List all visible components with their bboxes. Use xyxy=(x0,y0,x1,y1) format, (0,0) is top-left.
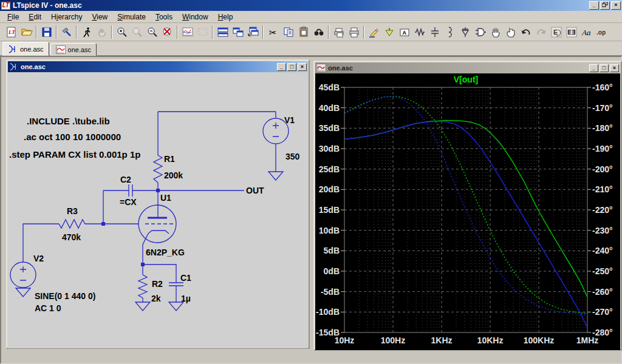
directive-ac[interactable]: .ac oct 100 10 1000000 xyxy=(24,132,121,142)
component-button[interactable] xyxy=(473,25,488,39)
new-schematic-button[interactable] xyxy=(4,25,19,39)
menu-hierarchy[interactable]: Hierarchy xyxy=(46,12,87,22)
tab-waveform-one.asc[interactable]: one.asc xyxy=(50,43,97,56)
label-u1[interactable]: U1 xyxy=(160,193,171,203)
restore-button[interactable] xyxy=(600,1,610,10)
value-c2[interactable]: =CX xyxy=(120,197,137,207)
control-panel-button[interactable] xyxy=(59,25,74,39)
menu-help[interactable]: Help xyxy=(213,12,238,22)
net-label-out[interactable]: OUT xyxy=(246,186,264,195)
zoom-in-button[interactable] xyxy=(114,25,129,39)
schematic-titlebar[interactable]: one.asc _ □ × xyxy=(8,61,308,72)
zoom-out-button[interactable] xyxy=(145,25,160,39)
value-v1[interactable]: 350 xyxy=(285,152,300,161)
model-u1[interactable]: 6N2P_KG xyxy=(146,248,185,257)
mirror-icon xyxy=(566,26,578,38)
tab-schematic-one.asc[interactable]: one.asc xyxy=(2,42,49,56)
directive-include[interactable]: .INCLUDE .\tube.lib xyxy=(27,116,110,126)
value-v2-sine[interactable]: SINE(0 1 440 0) xyxy=(35,291,95,301)
save-icon xyxy=(41,26,53,38)
spice-directive-button[interactable] xyxy=(594,25,609,39)
diode-button[interactable] xyxy=(457,25,473,39)
label-button[interactable] xyxy=(397,25,412,39)
capacitor-button[interactable] xyxy=(427,25,442,39)
paste-button[interactable] xyxy=(296,25,311,39)
value-r1[interactable]: 200k xyxy=(164,170,183,180)
mirror-button[interactable] xyxy=(564,25,579,39)
directive-step[interactable]: .step PARAM CX list 0.001p 1p xyxy=(9,149,140,160)
label-r3[interactable]: R3 xyxy=(67,206,78,216)
resistor-r3[interactable] xyxy=(59,220,87,228)
capacitor-c1[interactable] xyxy=(169,283,183,286)
ground-button[interactable] xyxy=(381,25,397,39)
label-v2[interactable]: V2 xyxy=(33,254,44,263)
value-r3[interactable]: 470k xyxy=(62,232,81,242)
label-v1[interactable]: V1 xyxy=(284,115,295,125)
ground-v1[interactable] xyxy=(268,172,283,180)
inductor-button[interactable] xyxy=(442,25,457,39)
open-button[interactable] xyxy=(19,25,34,39)
schematic-maximize-button[interactable]: □ xyxy=(287,63,296,71)
ground-c1[interactable] xyxy=(169,302,183,311)
resistor-r2[interactable] xyxy=(138,275,147,298)
copy-button[interactable] xyxy=(281,25,296,39)
drag-button[interactable] xyxy=(503,25,518,39)
menu-window[interactable]: Window xyxy=(177,12,213,22)
schematic-canvas[interactable]: .INCLUDE .\tube.lib .ac oct 100 10 10000… xyxy=(8,72,308,348)
run-button[interactable] xyxy=(79,25,94,39)
cascade-button[interactable] xyxy=(245,25,261,39)
trace-vout-magnitude-step2-blue-solid[interactable] xyxy=(344,121,587,328)
value-v2-ac[interactable]: AC 1 0 xyxy=(35,303,61,313)
undo-button[interactable] xyxy=(518,25,533,39)
text-button[interactable] xyxy=(579,25,594,39)
trace-vout-magnitude-step1-green-solid[interactable] xyxy=(344,121,587,297)
menu-edit[interactable]: Edit xyxy=(24,12,46,22)
wire-button[interactable] xyxy=(366,25,381,39)
zoom-extents-button[interactable] xyxy=(160,25,175,39)
waveform-plot[interactable]: 45dB40dB35dB30dB25dB20dB15dB10dB5dB0dB-5… xyxy=(315,73,620,350)
cut-button[interactable] xyxy=(265,25,281,39)
menu-view[interactable]: View xyxy=(87,12,112,22)
waveform-maximize-button[interactable]: □ xyxy=(600,64,609,72)
minimize-button[interactable]: _ xyxy=(589,1,599,10)
menu-tools[interactable]: Tools xyxy=(151,12,177,22)
label-c1[interactable]: C1 xyxy=(180,273,191,283)
save-button[interactable] xyxy=(39,25,54,39)
label-c2[interactable]: C2 xyxy=(120,175,131,184)
trace-vout-phase-step2-blue-dashed[interactable] xyxy=(344,96,587,315)
waveform-close-button[interactable]: × xyxy=(610,64,619,72)
tile-horizontal-button[interactable] xyxy=(230,25,245,39)
inductor-icon xyxy=(444,26,456,38)
schematic-minimize-button[interactable]: _ xyxy=(277,63,286,71)
value-r2[interactable]: 2k xyxy=(151,294,161,303)
trace-vout-phase-step1-green-dashed[interactable] xyxy=(344,96,587,314)
voltage-source-v2[interactable] xyxy=(10,262,36,288)
triode-u1[interactable] xyxy=(138,205,176,243)
rotate-icon xyxy=(550,26,562,38)
print-preview-button[interactable] xyxy=(331,25,346,39)
waveform-minimize-button[interactable]: _ xyxy=(589,64,598,72)
schematic-close-button[interactable]: × xyxy=(298,63,307,71)
resistor-r1[interactable] xyxy=(154,155,162,183)
value-c1[interactable]: 1µ xyxy=(181,294,191,303)
resistor-button[interactable] xyxy=(412,25,427,39)
tile-vertical-button[interactable] xyxy=(215,25,230,39)
zoom-extents-icon xyxy=(162,26,174,38)
print-button[interactable] xyxy=(346,25,361,39)
label-r1[interactable]: R1 xyxy=(164,154,175,164)
label-r2[interactable]: R2 xyxy=(152,279,163,289)
ground-r2[interactable] xyxy=(135,302,150,311)
menu-simulate[interactable]: Simulate xyxy=(112,12,151,22)
close-button[interactable]: × xyxy=(611,1,621,10)
ground-v2[interactable] xyxy=(16,288,30,297)
waveform-titlebar[interactable]: one.asc _ □ × xyxy=(315,62,620,73)
rotate-button[interactable] xyxy=(549,25,564,39)
print-preview-icon xyxy=(333,26,345,38)
new-schematic-icon xyxy=(5,26,18,38)
move-button[interactable] xyxy=(488,25,503,39)
find-button[interactable] xyxy=(311,25,326,39)
menu-file[interactable]: File xyxy=(2,12,24,22)
autorange-button[interactable] xyxy=(180,25,195,39)
capacitor-c2[interactable] xyxy=(129,184,132,197)
plot-title[interactable]: V[out] xyxy=(454,75,478,84)
